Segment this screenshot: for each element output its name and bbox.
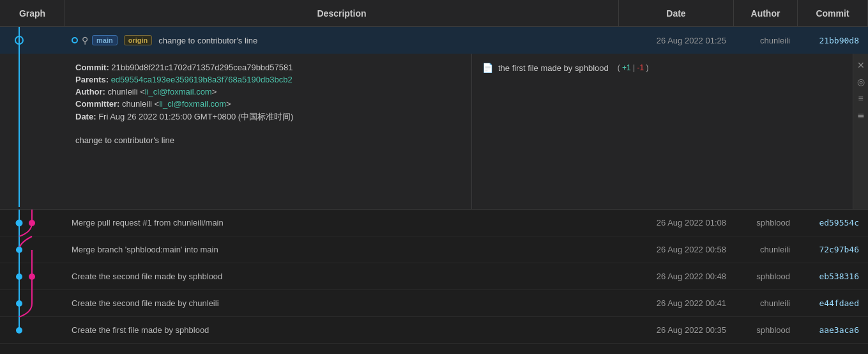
- graph-row-svg: [0, 236, 65, 263]
- row-author: sphblood: [734, 325, 798, 335]
- header-date: Date: [619, 0, 734, 26]
- detail-author-line: Author: chunleili <li_cl@foxmail.com>: [75, 87, 461, 96]
- graph-cell: [0, 236, 65, 263]
- selected-commit-date: 26 Aug 2022 01:25: [619, 36, 734, 45]
- detail-main-content: Commit: 21bb90d8f221c1702d71357d295cea79…: [65, 54, 472, 209]
- commit-date-value: Fri Aug 26 2022 01:25:00 GMT+0800 (中国标准时…: [98, 112, 293, 121]
- committer-email-link[interactable]: li_cl@foxmail.com: [159, 99, 226, 109]
- search-icon[interactable]: ◎: [855, 75, 867, 88]
- graph-row-svg: [0, 290, 65, 317]
- svg-point-1: [15, 36, 23, 44]
- detail-graph-area: [0, 54, 65, 209]
- detail-panel: Commit: 21bb90d8f221c1702d71357d295cea79…: [0, 54, 868, 210]
- header-graph: Graph: [0, 0, 65, 26]
- file-name: the first file made by sphblood: [498, 63, 609, 73]
- file-icon: 📄: [482, 63, 493, 73]
- selected-commit-author: chunleili: [734, 36, 798, 45]
- row-date: 26 Aug 2022 01:08: [619, 218, 734, 227]
- header-description: Description: [65, 0, 619, 26]
- branch-tag-main[interactable]: main: [92, 35, 118, 45]
- branch-tag-origin[interactable]: origin: [124, 35, 153, 45]
- date-label: Date:: [75, 112, 98, 121]
- commit-message: change to contributor's line: [75, 135, 461, 145]
- selected-commit-hash: 21bb90d8: [798, 36, 868, 45]
- graph-row-svg: [0, 210, 65, 236]
- row-author: sphblood: [734, 272, 798, 281]
- svg-point-6: [29, 220, 35, 226]
- author-email-link[interactable]: li_cl@foxmail.com: [145, 87, 212, 96]
- detail-right-panel: 📄 the first file made by sphblood ( +1 |…: [472, 54, 868, 209]
- graph-svg-selected: [0, 27, 65, 54]
- row-commit: ed59554c: [798, 218, 868, 227]
- row-description: Create the first file made by sphblood: [65, 325, 619, 335]
- lines2-icon[interactable]: ≣: [855, 109, 867, 121]
- detail-committer-line: Committer: chunleili <li_cl@foxmail.com>: [75, 99, 461, 109]
- table-header: Graph Description Date Author Commit: [0, 0, 868, 27]
- committer-email-close: >: [226, 99, 231, 109]
- graph-cell-selected: [0, 27, 65, 54]
- diff-add: +1: [622, 63, 631, 72]
- selected-commit-row[interactable]: ⚲ main origin change to contributor's li…: [0, 27, 868, 54]
- header-author: Author: [734, 0, 798, 26]
- row-description: Merge pull request #1 from chunleili/mai…: [65, 218, 619, 227]
- row-commit: eb538316: [798, 272, 868, 281]
- graph-row-svg: [0, 263, 65, 290]
- commit-label: Commit:: [75, 63, 111, 72]
- svg-point-5: [16, 220, 22, 226]
- detail-sidebar: ✕ ◎ ≡ ≣: [853, 54, 868, 209]
- graph-cell: [0, 290, 65, 316]
- committer-name: chunleili: [122, 99, 152, 109]
- row-date: 26 Aug 2022 00:41: [619, 298, 734, 308]
- table-row[interactable]: Create the first file made by sphblood26…: [0, 317, 868, 344]
- row-date: 26 Aug 2022 00:58: [619, 245, 734, 254]
- committer-label: Committer:: [75, 99, 122, 109]
- row-description: Create the second file made by sphblood: [65, 272, 619, 281]
- detail-parents-line: Parents: ed59554ca193ee359619b8a3f768a51…: [75, 75, 461, 84]
- author-email-close: >: [212, 87, 217, 96]
- branch-icon: ⚲: [82, 35, 88, 45]
- author-label: Author:: [75, 87, 108, 96]
- graph-row-svg: [0, 317, 65, 344]
- row-commit: e44fdaed: [798, 298, 868, 308]
- graph-cell: [0, 317, 65, 343]
- lines1-icon[interactable]: ≡: [855, 92, 867, 105]
- branch-circle: [72, 37, 78, 43]
- row-description: Merge branch 'sphblood:main' into main: [65, 245, 619, 254]
- parents-label: Parents:: [75, 75, 111, 84]
- diff-stat: ( +1 | -1 ): [618, 63, 649, 72]
- table-row[interactable]: Create the second file made by sphblood2…: [0, 263, 868, 290]
- commit-rows-list: Merge pull request #1 from chunleili/mai…: [0, 210, 868, 344]
- author-name: chunleili: [108, 87, 138, 96]
- detail-graph-svg: [0, 54, 65, 207]
- selected-commit-desc[interactable]: ⚲ main origin change to contributor's li…: [65, 35, 619, 45]
- parents-link[interactable]: ed59554ca193ee359619b8a3f768a5190db3bcb2: [111, 75, 293, 84]
- commit-full-hash: 21bb90d8f221c1702d71357d295cea79bbd57581: [111, 63, 293, 72]
- row-author: sphblood: [734, 218, 798, 227]
- commit-desc-text: change to contributor's line: [158, 36, 257, 45]
- graph-cell: [0, 210, 65, 236]
- detail-date-line: Date: Fri Aug 26 2022 01:25:00 GMT+0800 …: [75, 111, 461, 123]
- detail-commit-line: Commit: 21bb90d8f221c1702d71357d295cea79…: [75, 63, 461, 72]
- graph-cell: [0, 263, 65, 289]
- diff-remove: -1: [637, 63, 644, 72]
- close-icon[interactable]: ✕: [855, 59, 867, 72]
- svg-point-13: [16, 273, 22, 280]
- table-row[interactable]: Merge branch 'sphblood:main' into main26…: [0, 236, 868, 263]
- header-commit: Commit: [798, 0, 868, 26]
- row-author: chunleili: [734, 245, 798, 254]
- file-entry[interactable]: 📄 the first file made by sphblood ( +1 |…: [482, 63, 858, 73]
- row-author: chunleili: [734, 298, 798, 308]
- row-description: Create the second file made by chunleili: [65, 298, 619, 308]
- svg-point-16: [16, 300, 22, 307]
- svg-point-9: [16, 247, 22, 253]
- row-date: 26 Aug 2022 00:48: [619, 272, 734, 281]
- svg-point-18: [16, 327, 22, 334]
- author-email-sep: <: [140, 87, 145, 96]
- svg-point-12: [29, 273, 35, 280]
- table-row[interactable]: Merge pull request #1 from chunleili/mai…: [0, 210, 868, 236]
- row-commit: 72c97b46: [798, 245, 868, 254]
- row-commit: aae3aca6: [798, 325, 868, 335]
- table-row[interactable]: Create the second file made by chunleili…: [0, 290, 868, 317]
- row-date: 26 Aug 2022 00:35: [619, 325, 734, 335]
